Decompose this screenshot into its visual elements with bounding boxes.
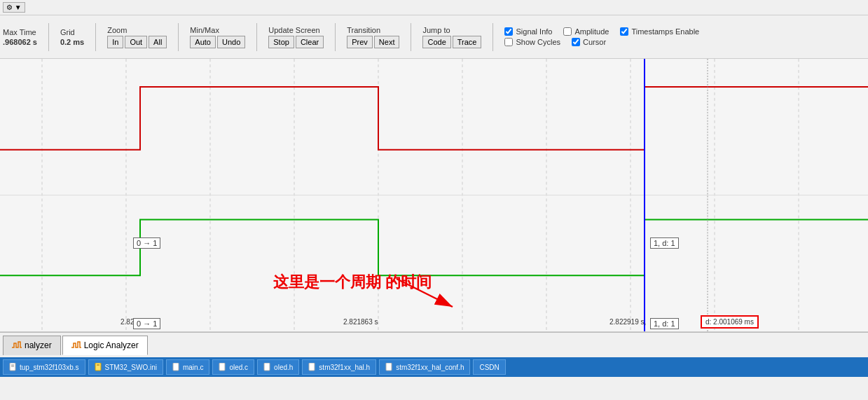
- taskbar-label-6: stm32f1xx_hal_conf.h: [396, 364, 464, 371]
- grid-group: Grid 0.2 ms: [60, 28, 84, 46]
- transition-label-1: 0 → 1: [133, 237, 160, 249]
- minmax-group: Min/Max Auto Undo: [190, 26, 245, 48]
- updatescreen-label: Update Screen: [268, 26, 319, 34]
- svg-rect-25: [386, 363, 392, 371]
- cursor-label-1: 1, d: 1: [650, 237, 679, 249]
- taskbar-item-0[interactable]: tup_stm32f103xb.s: [3, 359, 85, 375]
- transition-prev-button[interactable]: Prev: [347, 36, 373, 48]
- taskbar-item-5[interactable]: stm32f1xx_hal.h: [302, 359, 376, 375]
- jumpto-label: Jump to: [422, 26, 450, 34]
- taskbar-item-4[interactable]: oled.h: [257, 359, 299, 375]
- transition-label: Transition: [347, 26, 380, 34]
- signal-info-row: Signal Info Amplitude Timestamps Enable: [504, 27, 699, 36]
- jumpto-code-button[interactable]: Code: [422, 36, 450, 48]
- file-icon-4: [263, 363, 272, 371]
- file-icon-0: [9, 363, 18, 371]
- zoom-out-button[interactable]: Out: [125, 36, 147, 48]
- taskbar-label-3: oled.c: [229, 364, 248, 371]
- zoom-group: Zoom In Out All: [107, 26, 167, 48]
- sep1: [48, 23, 49, 51]
- sep6: [411, 23, 411, 51]
- timestamps-label: Timestamps Enable: [631, 27, 699, 36]
- taskbar-item-1[interactable]: STM32_SWO.ini: [88, 359, 163, 375]
- updatescreen-stop-button[interactable]: Stop: [268, 36, 294, 48]
- taskbar-label-7: CSDN: [479, 364, 499, 371]
- cursor-label-2: 1, d: 1: [650, 318, 679, 329]
- transition-label-2: 0 → 1: [133, 318, 160, 329]
- cursor-delta: d: 2.001069 ms: [701, 315, 759, 329]
- taskbar-item-3[interactable]: oled.c: [212, 359, 254, 375]
- timestamps-checkbox[interactable]: [620, 27, 628, 36]
- waveform-area[interactable]: 2.820918 s 2.821863 s 2.822919 s, d: 2.0…: [0, 59, 868, 332]
- amplitude-label: Amplitude: [574, 27, 609, 36]
- mini-toolbar: ⚙ ▼: [0, 0, 868, 15]
- svg-rect-21: [173, 363, 179, 371]
- grid-value: 0.2 ms: [60, 38, 84, 46]
- minmax-undo-button[interactable]: Undo: [217, 36, 245, 48]
- cursor-checkbox[interactable]: [572, 38, 580, 46]
- waveform-svg: [0, 59, 868, 331]
- file-icon-1: [95, 363, 103, 371]
- checkbox-group: Signal Info Amplitude Timestamps Enable …: [504, 27, 699, 46]
- maxtime-label: Max Time: [3, 28, 36, 36]
- svg-rect-24: [309, 363, 315, 371]
- jumpto-trace-button[interactable]: Trace: [453, 36, 482, 48]
- taskbar-item-7[interactable]: CSDN: [473, 359, 505, 375]
- cursor-label: Cursor: [583, 38, 606, 46]
- minmax-label: Min/Max: [190, 26, 219, 34]
- tab-logic-analyzer-label: Logic Analyzer: [84, 340, 139, 350]
- main-toolbar: Max Time .968062 s Grid 0.2 ms Zoom In O…: [0, 15, 868, 59]
- timestamp-2: 2.821863 s: [343, 318, 378, 326]
- jumpto-group: Jump to Code Trace: [422, 26, 481, 48]
- tab-analyzer[interactable]: nalyzer: [3, 336, 61, 355]
- waveform-icon-1: [12, 340, 22, 350]
- maxtime-group: Max Time .968062 s: [3, 28, 37, 46]
- updatescreen-clear-button[interactable]: Clear: [296, 36, 324, 48]
- zoom-all-button[interactable]: All: [149, 36, 167, 48]
- sep4: [256, 23, 257, 51]
- show-cycles-checkbox[interactable]: [504, 38, 513, 46]
- grid-label: Grid: [60, 28, 75, 36]
- signal-info-checkbox[interactable]: [504, 27, 513, 36]
- signal-info-label: Signal Info: [516, 27, 552, 36]
- transition-next-button[interactable]: Next: [374, 36, 400, 48]
- zoom-in-button[interactable]: In: [107, 36, 123, 48]
- tab-analyzer-label: nalyzer: [25, 340, 52, 350]
- show-cycles-label: Show Cycles: [516, 38, 560, 46]
- timestamp-3: 2.822919 s,: [609, 318, 646, 326]
- file-icon-3: [219, 363, 227, 371]
- taskbar-item-2[interactable]: main.c: [166, 359, 209, 375]
- taskbar-label-4: oled.h: [274, 364, 293, 371]
- svg-rect-22: [219, 363, 225, 371]
- file-icon-5: [308, 363, 317, 371]
- taskbar-label-5: stm32f1xx_hal.h: [319, 364, 370, 371]
- taskbar-label-0: tup_stm32f103xb.s: [20, 364, 79, 371]
- maxtime-value: .968062 s: [3, 38, 37, 46]
- sep7: [492, 23, 493, 51]
- updatescreen-group: Update Screen Stop Clear: [268, 26, 324, 48]
- waveform-icon-2: [71, 340, 81, 350]
- amplitude-checkbox[interactable]: [563, 27, 572, 36]
- show-cycles-row: Show Cycles Cursor: [504, 38, 699, 46]
- minmax-auto-button[interactable]: Auto: [190, 36, 216, 48]
- transition-group: Transition Prev Next: [347, 26, 399, 48]
- mini-btn-1[interactable]: ⚙ ▼: [3, 2, 25, 13]
- taskbar-label-2: main.c: [183, 364, 203, 371]
- tab-bar: nalyzer Logic Analyzer: [0, 332, 868, 357]
- svg-rect-19: [95, 363, 101, 371]
- svg-rect-23: [264, 363, 270, 371]
- file-icon-6: [385, 363, 394, 371]
- sep2: [95, 23, 96, 51]
- zoom-label: Zoom: [107, 26, 127, 34]
- file-icon-2: [172, 363, 181, 371]
- taskbar-item-6[interactable]: stm32f1xx_hal_conf.h: [379, 359, 470, 375]
- tab-logic-analyzer[interactable]: Logic Analyzer: [62, 336, 148, 355]
- taskbar: tup_stm32f103xb.s STM32_SWO.ini main.c o…: [0, 357, 868, 377]
- taskbar-label-1: STM32_SWO.ini: [105, 364, 157, 371]
- sep5: [335, 23, 336, 51]
- sep3: [178, 23, 179, 51]
